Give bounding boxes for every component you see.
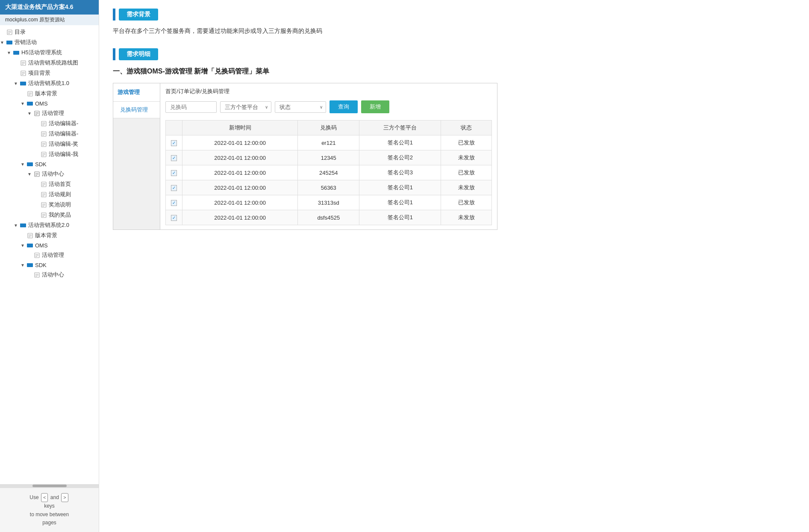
cell-checkbox-3[interactable]: ✓ [166, 180, 182, 195]
cell-checkbox-1[interactable]: ✓ [166, 150, 182, 165]
checkbox-1[interactable]: ✓ [171, 155, 177, 161]
cell-0-1: er121 [298, 135, 359, 150]
cell-checkbox-5[interactable]: ✓ [166, 210, 182, 225]
tree-label-item-6: 活动营销系统1.0 [28, 79, 69, 87]
sidebar-item-item-4[interactable]: 活动营销系统路线图 [0, 58, 99, 68]
svg-rect-5 [6, 41, 9, 41]
sidebar-item-item-14[interactable]: ▼SDK [0, 159, 99, 169]
sidebar-item-item-18[interactable]: 奖池说明 [0, 200, 99, 210]
game-mgmt-panel: 游戏管理兑换码管理 首页/订单记录/兑换码管理 三方个签平台 状态 查询 新增 [113, 83, 497, 230]
cell-5-3: 未发放 [441, 210, 492, 225]
table-row: ✓2022-01-01 12:00:00245254签名公司3已发放 [166, 165, 492, 180]
sidebar-horizontal-scrollbar[interactable] [0, 484, 99, 488]
sidebar-item-item-3[interactable]: ▼H5活动管理系统 [0, 47, 99, 58]
query-button[interactable]: 查询 [329, 100, 358, 113]
sidebar-item-item-17[interactable]: 活动规则 [0, 189, 99, 200]
checkbox-3[interactable]: ✓ [171, 185, 177, 191]
sidebar-tree[interactable]: 目录▼营销活动▼H5活动管理系统活动营销系统路线图项目背景▼活动营销系统1.0版… [0, 25, 99, 484]
breadcrumb: 首页/订单记录/兑换码管理 [165, 88, 492, 95]
checkbox-2[interactable]: ✓ [171, 170, 177, 176]
filter-status-wrapper: 状态 [275, 101, 326, 113]
doc-icon-item-11 [40, 130, 47, 137]
sidebar-item-item-10[interactable]: 活动编辑器- [0, 118, 99, 129]
doc-icon-item-17 [40, 191, 47, 198]
svg-rect-45 [27, 162, 29, 163]
cell-4-0: 2022-01-01 12:00:00 [182, 195, 298, 210]
subsection-heading: 一、游戏猫OMS-游戏管理 新增「兑换码管理」菜单 [113, 67, 795, 76]
sidebar-item-item-12[interactable]: 活动编辑-奖 [0, 139, 99, 149]
section2-title-row: 需求明细 [113, 48, 795, 60]
svg-rect-73 [27, 244, 29, 244]
tree-label-item-11: 活动编辑器- [49, 130, 78, 138]
arrow-item-8: ▼ [21, 101, 26, 106]
hint-pages: pages [42, 520, 56, 526]
checkbox-0[interactable]: ✓ [171, 140, 177, 146]
sidebar-item-item-19[interactable]: 我的奖品 [0, 210, 99, 220]
sidebar-subtitle: mockplus.com 原型资源站 [0, 15, 99, 25]
cell-checkbox-0[interactable]: ✓ [166, 135, 182, 150]
sidebar-subitem-1[interactable]: 兑换码管理 [113, 102, 160, 118]
sidebar-item-item-7[interactable]: 版本背景 [0, 88, 99, 99]
tree-label-item-4: 活动营销系统路线图 [28, 59, 78, 67]
sidebar-item-item-15[interactable]: ▼活动中心 [0, 169, 99, 179]
cell-0-3: 已发放 [441, 135, 492, 150]
cell-1-0: 2022-01-01 12:00:00 [182, 150, 298, 165]
sidebar-item-item-2[interactable]: ▼营销活动 [0, 37, 99, 47]
tree-label-item-13: 活动编辑-我 [49, 150, 78, 158]
folder-icon-item-2 [6, 39, 13, 46]
sidebar-item-item-22[interactable]: ▼OMS [0, 241, 99, 250]
sidebar-item-item-23[interactable]: 活动管理 [0, 250, 99, 260]
filter-code-input[interactable] [165, 101, 217, 113]
filter-row: 三方个签平台 状态 查询 新增 [165, 100, 492, 113]
svg-rect-79 [27, 263, 29, 264]
cell-checkbox-2[interactable]: ✓ [166, 165, 182, 180]
doc-icon-item-16 [40, 181, 47, 188]
cell-1-2: 签名公司2 [359, 150, 441, 165]
col-header-3: 三方个签平台 [359, 121, 441, 135]
cell-3-0: 2022-01-01 12:00:00 [182, 180, 298, 195]
new-button[interactable]: 新增 [361, 100, 389, 113]
sidebar-item-item-9[interactable]: ▼活动管理 [0, 108, 99, 118]
tree-label-item-15: 活动中心 [42, 170, 64, 178]
cell-checkbox-4[interactable]: ✓ [166, 195, 182, 210]
section1-title-row: 需求背景 [113, 9, 795, 21]
sidebar-item-item-16[interactable]: 活动首页 [0, 179, 99, 189]
scrollbar-thumb[interactable] [32, 485, 67, 487]
table-row: ✓2022-01-01 12:00:0031313sd签名公司1已发放 [166, 195, 492, 210]
sidebar-item-item-20[interactable]: ▼活动营销系统2.0 [0, 220, 99, 230]
sidebar-item-item-21[interactable]: 版本背景 [0, 230, 99, 241]
sidebar-item-item-11[interactable]: 活动编辑器- [0, 129, 99, 139]
tree-label-item-19: 我的奖品 [49, 211, 71, 219]
sidebar-item-item-24[interactable]: ▼SDK [0, 260, 99, 270]
sidebar-item-item-8[interactable]: ▼OMS [0, 99, 99, 108]
tree-label-item-20: 活动营销系统2.0 [28, 221, 69, 229]
doc-icon-item-5 [20, 70, 26, 76]
sidebar-item-item-1[interactable]: 目录 [0, 27, 99, 37]
sidebar-item-game-0[interactable]: 游戏管理 [113, 83, 160, 102]
sidebar-item-item-25[interactable]: 活动中心 [0, 270, 99, 280]
doc-icon-item-25 [33, 271, 40, 278]
cell-3-2: 签名公司1 [359, 180, 441, 195]
doc-icon-item-10 [40, 120, 47, 127]
tree-label-item-14: SDK [35, 161, 47, 168]
section2-title-btn: 需求明细 [119, 48, 158, 60]
checkbox-4[interactable]: ✓ [171, 200, 177, 206]
folder-icon-item-24 [26, 262, 33, 268]
checkbox-5[interactable]: ✓ [171, 215, 177, 221]
filter-platform-select[interactable]: 三方个签平台 [220, 101, 271, 113]
sidebar-item-item-5[interactable]: 项目背景 [0, 68, 99, 78]
sidebar-item-item-6[interactable]: ▼活动营销系统1.0 [0, 78, 99, 88]
hint-keys: keys [44, 503, 55, 509]
doc-folder-icon-item-15 [33, 170, 40, 177]
doc-folder-icon-item-9 [33, 110, 40, 117]
table-body: ✓2022-01-01 12:00:00er121签名公司1已发放✓2022-0… [166, 135, 492, 225]
cell-3-3: 未发放 [441, 180, 492, 195]
doc-icon-item-4 [20, 59, 26, 66]
cell-2-0: 2022-01-01 12:00:00 [182, 165, 298, 180]
sidebar-item-item-13[interactable]: 活动编辑-我 [0, 149, 99, 159]
sidebar: 大渠道业务线产品方案4.6 mockplus.com 原型资源站 目录▼营销活动… [0, 0, 99, 532]
hint-use: Use [29, 494, 38, 500]
filter-status-select[interactable]: 状态 [275, 101, 326, 113]
svg-rect-7 [13, 51, 16, 52]
doc-icon-item-19 [40, 212, 47, 218]
